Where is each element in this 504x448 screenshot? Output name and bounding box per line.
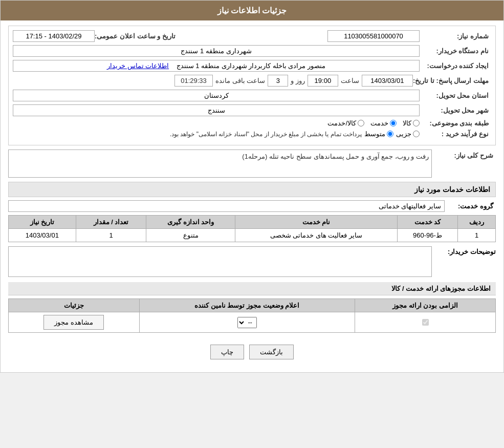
- description-section: شرح کلی نیاز: رفت و روب، جمع آوری و حمل …: [8, 150, 496, 178]
- group-row: گروه خدمت: سایر فعالیتهای خدماتی: [8, 200, 496, 212]
- row-requester: ایجاد کننده درخواست: منصور مرادی باخله ک…: [13, 60, 491, 72]
- col-details: جزئیات: [9, 299, 140, 312]
- need-number-label: شماره نیاز:: [420, 32, 491, 40]
- deadline-remaining-label: ساعت باقی مانده: [215, 77, 265, 84]
- deadline-time: 19:00: [308, 75, 338, 87]
- city-label: شهر محل تحویل:: [420, 106, 491, 114]
- services-section: اطلاعات خدمات مورد نیاز گروه خدمت: سایر …: [8, 182, 496, 277]
- services-table: ردیف کد خدمت نام خدمت واحد اندازه گیری ت…: [8, 215, 496, 242]
- category-kala-label: کالا: [403, 119, 411, 127]
- cell-details: مشاهده مجوز: [9, 312, 140, 333]
- category-both[interactable]: کالا/خدمت: [327, 119, 364, 127]
- status-select[interactable]: --: [237, 317, 257, 328]
- purchase-type-text: پرداخت تمام یا بخشی از مبلغ خریدار از مح…: [170, 131, 362, 138]
- requester-label: ایجاد کننده درخواست:: [420, 62, 491, 70]
- row-category: طبقه بندی موضوعی: کالا خدمت کالا/خدمت: [13, 119, 491, 127]
- col-row-num: ردیف: [458, 216, 496, 229]
- purchase-type-label: نوع فرآیند خرید :: [420, 130, 491, 138]
- purchase-type-medium-label: متوسط: [364, 130, 385, 138]
- purchase-type-medium[interactable]: متوسط: [364, 130, 393, 138]
- table-row: 1 ط-96-960 سایر فعالیت های خدماتی شخصی م…: [9, 229, 496, 242]
- cell-status: --: [139, 312, 355, 333]
- purchase-type-small[interactable]: جزیی: [396, 130, 420, 138]
- cell-quantity: 1: [76, 229, 146, 242]
- category-label: طبقه بندی موضوعی:: [420, 119, 491, 127]
- requester-text: منصور مرادی باخله کاربردار شهرداری منطقه…: [177, 62, 326, 70]
- need-number-value: 1103005581000070: [327, 30, 420, 42]
- announce-value: 1403/02/29 - 17:15: [13, 30, 95, 42]
- col-unit: واحد اندازه گیری: [146, 216, 235, 229]
- cell-row-num: 1: [458, 229, 496, 242]
- purchase-type-small-radio[interactable]: [413, 131, 420, 137]
- col-date: تاریخ نیاز: [9, 216, 76, 229]
- group-label: گروه خدمت:: [445, 202, 496, 210]
- services-section-title: اطلاعات خدمات مورد نیاز: [8, 182, 496, 197]
- services-table-header-row: ردیف کد خدمت نام خدمت واحد اندازه گیری ت…: [9, 216, 496, 229]
- purchase-type-medium-radio[interactable]: [387, 131, 393, 137]
- category-khedmat-radio[interactable]: [390, 120, 397, 126]
- view-license-button[interactable]: مشاهده مجوز: [43, 315, 104, 330]
- deadline-day-label: روز و: [291, 77, 305, 84]
- page-wrapper: جزئیات اطلاعات نیاز شماره نیاز: 11030055…: [0, 0, 504, 373]
- cell-date: 1403/03/01: [9, 229, 76, 242]
- required-checkbox-wrapper: [359, 319, 491, 326]
- category-kala-radio[interactable]: [413, 120, 420, 126]
- back-button[interactable]: بازگشت: [249, 345, 294, 359]
- description-value: رفت و روب، جمع آوری و حمل پسماندهای سطح …: [8, 150, 432, 178]
- notes-row: توضیحات خریدار:: [8, 246, 496, 277]
- row-need-number: شماره نیاز: 1103005581000070 تاریخ و ساع…: [13, 30, 491, 42]
- license-table-header-row: الزامی بودن ارائه مجوز اعلام وضعیت مجوز …: [9, 299, 496, 312]
- button-row: بازگشت چاپ: [8, 337, 496, 367]
- requester-value: منصور مرادی باخله کاربردار شهرداری منطقه…: [13, 60, 420, 72]
- col-service-code: کد خدمت: [397, 216, 457, 229]
- province-label: استان محل تحویل:: [420, 92, 491, 99]
- required-checkbox: [422, 319, 429, 326]
- row-province: استان محل تحویل: کردستان: [13, 90, 491, 101]
- license-title: اطلاعات مجوزهای ارائه خدمت / کالا: [8, 282, 496, 295]
- buyer-org-value: شهرداری منطقه 1 سنندج: [13, 45, 420, 57]
- requester-contact-link[interactable]: اطلاعات تماس خریدار: [107, 62, 169, 70]
- description-label: شرح کلی نیاز:: [434, 150, 496, 159]
- deadline-days: 3: [268, 75, 288, 87]
- category-both-label: کالا/خدمت: [327, 119, 356, 127]
- notes-box: [8, 246, 432, 277]
- deadline-date: 1403/03/01: [362, 75, 413, 87]
- category-both-radio[interactable]: [358, 120, 364, 126]
- cell-service-code: ط-96-960: [397, 229, 457, 242]
- col-status: اعلام وضعیت مجوز توسط نامین کننده: [139, 299, 355, 312]
- deadline-label: مهلت ارسال پاسخ: تا تاریخ:: [413, 77, 491, 84]
- col-service-name: نام خدمت: [235, 216, 398, 229]
- group-value: سایر فعالیتهای خدماتی: [8, 200, 445, 212]
- province-value: کردستان: [13, 90, 420, 101]
- license-section: اطلاعات مجوزهای ارائه خدمت / کالا الزامی…: [8, 282, 496, 333]
- cell-unit: متنوع: [146, 229, 235, 242]
- deadline-time-label: ساعت: [341, 77, 359, 84]
- license-row: -- مشاهده مجوز: [9, 312, 496, 333]
- print-button[interactable]: چاپ: [210, 345, 244, 359]
- row-purchase-type: نوع فرآیند خرید : جزیی متوسط پرداخت تمام…: [13, 130, 491, 138]
- category-khedmat[interactable]: خدمت: [370, 119, 397, 127]
- main-form-section: شماره نیاز: 1103005581000070 تاریخ و ساع…: [8, 26, 496, 145]
- deadline-remaining: 01:29:33: [174, 75, 213, 87]
- buyer-org-label: نام دستگاه خریدار:: [420, 47, 491, 55]
- purchase-type-small-label: جزیی: [396, 130, 411, 138]
- row-deadline: مهلت ارسال پاسخ: تا تاریخ: 1403/03/01 سا…: [13, 75, 491, 87]
- cell-required: [355, 312, 496, 333]
- row-buyer-org: نام دستگاه خریدار: شهرداری منطقه 1 سنندج: [13, 45, 491, 57]
- row-city: شهر محل تحویل: سنندج: [13, 104, 491, 116]
- category-radio-group: کالا خدمت کالا/خدمت: [327, 119, 420, 127]
- announce-label: تاریخ و ساعت اعلان عمومی:: [95, 32, 178, 40]
- deadline-info: 1403/03/01 ساعت 19:00 روز و 3 ساعت باقی …: [13, 75, 413, 87]
- col-quantity: تعداد / مقدار: [76, 216, 146, 229]
- page-title: جزئیات اطلاعات نیاز: [1, 1, 503, 20]
- city-value: سنندج: [13, 104, 420, 116]
- col-required: الزامی بودن ارائه مجوز: [355, 299, 496, 312]
- cell-service-name: سایر فعالیت های خدماتی شخصی: [235, 229, 398, 242]
- category-kala[interactable]: کالا: [403, 119, 420, 127]
- category-khedmat-label: خدمت: [370, 119, 388, 127]
- purchase-type-group: جزیی متوسط پرداخت تمام یا بخشی از مبلغ خ…: [13, 130, 420, 138]
- content-area: شماره نیاز: 1103005581000070 تاریخ و ساع…: [1, 20, 503, 372]
- notes-label: توضیحات خریدار:: [434, 246, 496, 255]
- license-table: الزامی بودن ارائه مجوز اعلام وضعیت مجوز …: [8, 298, 496, 333]
